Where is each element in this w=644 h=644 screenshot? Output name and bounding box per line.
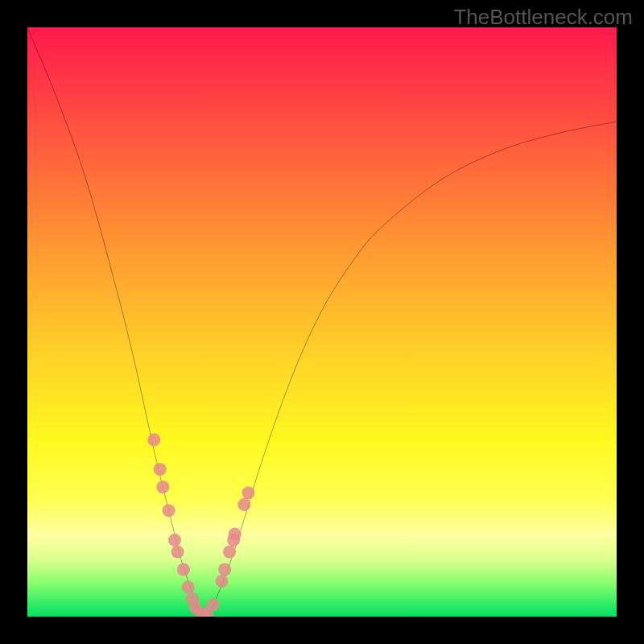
data-point-markers (147, 433, 254, 617)
data-point (156, 481, 169, 493)
data-point (171, 545, 184, 558)
chart-svg (27, 27, 617, 617)
bottleneck-curve (27, 27, 617, 617)
data-point (207, 598, 220, 611)
data-point (223, 545, 236, 558)
data-point (216, 575, 229, 588)
watermark-text: TheBottleneck.com (453, 5, 633, 30)
data-point (147, 433, 160, 446)
data-point (242, 486, 254, 499)
data-point (182, 580, 195, 593)
data-point (237, 498, 250, 511)
plot-area (27, 27, 617, 617)
data-point (177, 563, 190, 576)
data-point (218, 563, 231, 576)
data-point (229, 527, 242, 540)
data-point (154, 463, 167, 476)
data-point (168, 534, 181, 547)
data-point (163, 504, 175, 517)
